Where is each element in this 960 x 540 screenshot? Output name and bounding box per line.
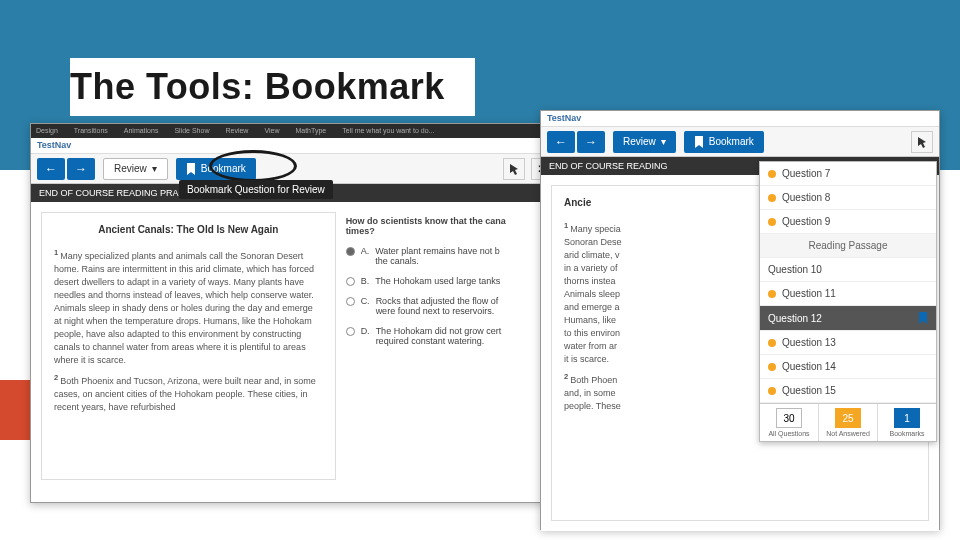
choice-a[interactable]: A.Water plant remains have not bthe cana…	[346, 246, 547, 266]
slide: The Tools: Bookmark DesignTransitionsAni…	[0, 0, 960, 540]
passage-panel: Ancient Canals: The Old Is New Again 1Ma…	[41, 212, 336, 480]
dropdown-item[interactable]: Question 10	[760, 258, 936, 282]
status-dot-icon	[768, 194, 776, 202]
dropdown-item[interactable]: Question 15	[760, 379, 936, 403]
app-name: TestNav	[31, 138, 559, 154]
dropdown-footer: 30All Questions 25Not Answered 1Bookmark…	[760, 403, 936, 441]
choice-d[interactable]: D.The Hohokam did not grow certrequired …	[346, 326, 547, 346]
dropdown-item[interactable]: Question 9	[760, 210, 936, 234]
status-dot-icon	[768, 170, 776, 178]
review-dropdown[interactable]: Review▾	[613, 131, 676, 153]
filter-bookmarks[interactable]: 1Bookmarks	[878, 404, 936, 441]
dropdown-item[interactable]: Question 7	[760, 162, 936, 186]
status-dot-icon	[768, 339, 776, 347]
dropdown-item: Reading Passage	[760, 234, 936, 258]
passage-title: Ancient Canals: The Old Is New Again	[54, 223, 323, 238]
office-ribbon: DesignTransitionsAnimationsSlide ShowRev…	[31, 124, 559, 138]
dropdown-item[interactable]: Question 11	[760, 282, 936, 306]
accent-bar	[0, 380, 30, 440]
bookmark-icon	[694, 136, 704, 148]
dropdown-item[interactable]: Question 8	[760, 186, 936, 210]
forward-button[interactable]: →	[577, 131, 605, 153]
status-dot-icon	[768, 218, 776, 226]
dropdown-item[interactable]: Question 13	[760, 331, 936, 355]
filter-not-answered[interactable]: 25Not Answered	[819, 404, 878, 441]
review-dropdown-menu: Question 7Question 8Question 9Reading Pa…	[759, 161, 937, 442]
pointer-button[interactable]	[503, 158, 525, 180]
bookmark-tooltip: Bookmark Question for Review	[179, 180, 333, 199]
dropdown-item[interactable]: Question 12	[760, 306, 936, 331]
question-stem: How do scientists know that the canatime…	[346, 216, 547, 236]
screenshot-left: DesignTransitionsAnimationsSlide ShowRev…	[30, 123, 560, 503]
chevron-down-icon: ▾	[661, 136, 666, 147]
back-button[interactable]: ←	[547, 131, 575, 153]
forward-button[interactable]: →	[67, 158, 95, 180]
chevron-down-icon: ▾	[152, 163, 157, 174]
status-dot-icon	[768, 290, 776, 298]
review-dropdown[interactable]: Review▾	[103, 158, 168, 180]
bookmark-button[interactable]: Bookmark	[176, 158, 256, 180]
toolbar: ← → Review▾ Bookmark ✕ Bookmark Question…	[31, 154, 559, 184]
bookmark-button[interactable]: Bookmark	[684, 131, 764, 153]
screenshot-right: TestNav ← → Review▾ Bookmark Question 7Q…	[540, 110, 940, 530]
pointer-button[interactable]	[911, 131, 933, 153]
toolbar: ← → Review▾ Bookmark Question 7Question …	[541, 127, 939, 157]
status-dot-icon	[768, 363, 776, 371]
content-area: Ancient Canals: The Old Is New Again 1Ma…	[31, 202, 559, 490]
back-button[interactable]: ←	[37, 158, 65, 180]
app-name: TestNav	[541, 111, 939, 127]
bookmark-icon	[186, 163, 196, 175]
dropdown-item[interactable]: Question 14	[760, 355, 936, 379]
slide-title: The Tools: Bookmark	[70, 58, 475, 116]
choice-c[interactable]: C.Rocks that adjusted the flow ofwere fo…	[346, 296, 547, 316]
filter-all[interactable]: 30All Questions	[760, 404, 819, 441]
question-panel: How do scientists know that the canatime…	[344, 212, 549, 480]
bookmark-icon	[918, 312, 928, 324]
choice-b[interactable]: B.The Hohokam used large tanks	[346, 276, 547, 286]
status-dot-icon	[768, 387, 776, 395]
